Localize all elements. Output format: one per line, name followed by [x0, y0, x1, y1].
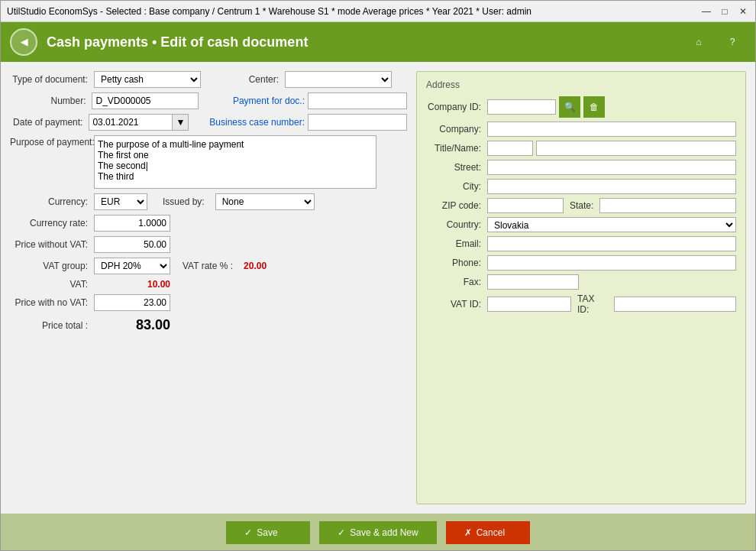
- zip-code-label: ZIP code:: [426, 200, 487, 211]
- number-input[interactable]: [92, 92, 199, 109]
- save-button[interactable]: ✓ Save: [226, 521, 310, 544]
- center-label: Center:: [247, 74, 285, 85]
- email-input[interactable]: [487, 236, 736, 251]
- issued-by-label: Issued by:: [163, 196, 211, 207]
- type-of-document-label: Type of document:: [10, 74, 94, 85]
- business-case-number-input[interactable]: [308, 114, 407, 131]
- state-input[interactable]: [599, 198, 736, 213]
- cancel-x-icon: ✗: [464, 527, 472, 538]
- calendar-button[interactable]: ▼: [172, 114, 189, 131]
- currency-rate-input[interactable]: [94, 215, 170, 232]
- header-bar: ◀ Cash payments • Edit of cash document …: [1, 22, 755, 62]
- purpose-of-payment-row: Purpose of payment: The purpose of a mul…: [10, 135, 407, 189]
- zip-state-row: ZIP code: State:: [426, 198, 736, 213]
- search-button[interactable]: 🔍: [559, 96, 580, 118]
- left-panel: Type of document: Petty cash Center: Num…: [10, 71, 407, 504]
- home-icon: ⌂: [696, 37, 701, 47]
- address-title: Address: [426, 79, 736, 90]
- titlebar-text: UtilStudio EconomSys - Selected : Base c…: [7, 6, 531, 17]
- payment-for-doc-link[interactable]: Payment for doc.:: [208, 96, 305, 106]
- purpose-of-payment-input[interactable]: The purpose of a multi-line payment The …: [94, 135, 376, 189]
- tax-id-label: TAX ID:: [577, 293, 608, 315]
- payment-for-doc-input[interactable]: [308, 92, 407, 109]
- page-title: Cash payments • Edit of cash document: [47, 34, 308, 50]
- email-row: Email:: [426, 236, 736, 251]
- price-without-vat-input[interactable]: [94, 236, 170, 253]
- price-total-value: 83.00: [94, 317, 170, 333]
- maximize-button[interactable]: □: [719, 5, 731, 18]
- titlebar: UtilStudio EconomSys - Selected : Base c…: [1, 1, 755, 22]
- type-of-document-row: Type of document: Petty cash Center:: [10, 71, 407, 88]
- country-label: Country:: [426, 219, 487, 230]
- price-without-vat-label: Price without VAT:: [10, 239, 94, 250]
- vat-id-input[interactable]: [487, 297, 571, 312]
- fax-input[interactable]: [487, 274, 579, 290]
- main-content: Type of document: Petty cash Center: Num…: [1, 62, 755, 514]
- vat-group-label: VAT group:: [10, 261, 94, 271]
- zip-code-input[interactable]: [487, 198, 564, 213]
- number-label: Number:: [10, 96, 92, 106]
- price-with-no-vat-row: Price with no VAT:: [10, 294, 407, 311]
- company-row: Company:: [426, 122, 736, 137]
- tax-id-input[interactable]: [614, 297, 736, 312]
- street-input[interactable]: [487, 160, 736, 175]
- cancel-label: Cancel: [477, 527, 505, 538]
- fax-label: Fax:: [426, 277, 487, 287]
- city-row: City:: [426, 179, 736, 194]
- country-select[interactable]: Slovakia: [487, 217, 736, 232]
- currency-select[interactable]: EUR: [94, 193, 147, 210]
- vat-tax-id-row: VAT ID: TAX ID:: [426, 293, 736, 315]
- back-button[interactable]: ◀: [10, 28, 37, 56]
- center-select[interactable]: [285, 71, 392, 88]
- number-row: Number: Payment for doc.:: [10, 92, 407, 109]
- currency-label: Currency:: [10, 196, 94, 207]
- price-with-no-vat-input[interactable]: [94, 294, 170, 311]
- street-label: Street:: [426, 162, 487, 173]
- company-id-row: Company ID: 🔍 🗑: [426, 96, 736, 118]
- back-icon: ◀: [21, 37, 27, 47]
- home-button[interactable]: ⌂: [685, 28, 712, 56]
- bottom-bar: ✓ Save ✓ Save & add New ✗ Cancel: [1, 514, 755, 551]
- title-name-label: Title/Name:: [426, 143, 487, 154]
- close-button[interactable]: ✕: [737, 5, 749, 18]
- trash-icon: 🗑: [590, 102, 599, 112]
- help-button[interactable]: ?: [719, 28, 746, 56]
- purpose-of-payment-label: Purpose of payment:: [10, 135, 94, 147]
- title-input[interactable]: [487, 141, 533, 156]
- vat-rate-value: 20.00: [244, 261, 267, 271]
- minimize-button[interactable]: —: [700, 5, 712, 18]
- price-total-row: Price total : 83.00: [10, 317, 407, 333]
- type-of-document-select[interactable]: Petty cash: [94, 71, 201, 88]
- city-input[interactable]: [487, 179, 736, 194]
- vat-group-select[interactable]: DPH 20%: [94, 258, 170, 274]
- cancel-button[interactable]: ✗ Cancel: [446, 521, 530, 544]
- vat-rate-label: VAT rate % :: [183, 261, 239, 271]
- phone-input[interactable]: [487, 255, 736, 271]
- street-row: Street:: [426, 160, 736, 175]
- company-id-input[interactable]: [487, 99, 556, 115]
- currency-rate-label: Currency rate:: [10, 218, 94, 229]
- price-with-no-vat-label: Price with no VAT:: [10, 297, 94, 308]
- currency-row: Currency: EUR Issued by: None: [10, 193, 407, 210]
- price-total-label: Price total :: [10, 320, 94, 331]
- phone-row: Phone:: [426, 255, 736, 271]
- delete-button[interactable]: 🗑: [583, 96, 605, 118]
- company-label: Company:: [426, 124, 487, 135]
- vat-label: VAT:: [10, 279, 94, 290]
- issued-by-select[interactable]: None: [215, 193, 315, 210]
- business-case-number-link[interactable]: Business case number:: [198, 117, 305, 128]
- city-label: City:: [426, 181, 487, 192]
- date-of-payment-label: Date of payment:: [10, 117, 89, 128]
- date-input[interactable]: [89, 114, 173, 131]
- state-label: State:: [570, 200, 593, 211]
- title-name-row: Title/Name:: [426, 141, 736, 156]
- save-add-label: Save & add New: [350, 527, 418, 538]
- address-panel: Address Company ID: 🔍 🗑 Company: Title/N…: [416, 71, 746, 504]
- vat-row: VAT: 10.00: [10, 279, 407, 290]
- company-input[interactable]: [487, 122, 736, 137]
- name-input[interactable]: [536, 141, 736, 156]
- email-label: Email:: [426, 238, 487, 249]
- date-of-payment-row: Date of payment: ▼ Business case number:: [10, 114, 407, 131]
- vat-value: 10.00: [94, 279, 170, 290]
- save-add-new-button[interactable]: ✓ Save & add New: [319, 521, 436, 544]
